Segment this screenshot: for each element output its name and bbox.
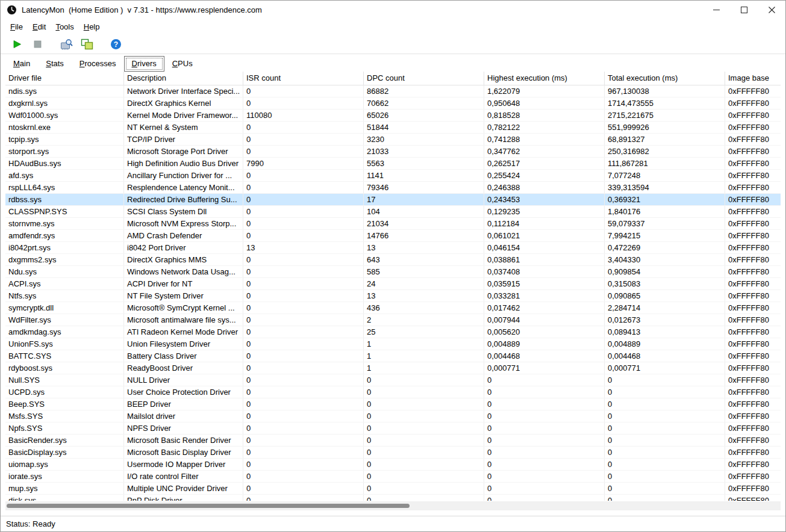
stop-monitor-button[interactable] — [28, 36, 46, 52]
table-row[interactable]: BATTC.SYSBattery Class Driver010,0044680… — [5, 350, 781, 362]
cell-total-execution-ms: 0,089413 — [605, 326, 725, 338]
close-icon — [769, 7, 775, 13]
help-button[interactable]: ? — [107, 36, 125, 52]
column-header-total-execution-ms[interactable]: Total execution (ms) — [605, 72, 725, 85]
table-row[interactable]: Beep.SYSBEEP Driver00000xFFFFF80 — [5, 398, 781, 410]
table-row[interactable]: Null.SYSNULL Driver00000xFFFFF80 — [5, 374, 781, 386]
table-row[interactable]: ndis.sysNetwork Driver Interface Speci..… — [5, 85, 781, 97]
column-header-driver-file[interactable]: Driver file — [5, 72, 124, 85]
table-row[interactable]: UCPD.sysUser Choice Protection Driver000… — [5, 386, 781, 398]
cell-driver-file: tcpip.sys — [5, 134, 124, 145]
table-row[interactable]: i8042prt.sysi8042 Port Driver13130,04615… — [5, 242, 781, 254]
menu-tools[interactable]: Tools — [51, 20, 78, 33]
cell-total-execution-ms: 339,313594 — [605, 182, 725, 193]
cell-image-base: 0xFFFFF80 — [725, 483, 781, 494]
cell-isr-count: 0 — [243, 302, 364, 314]
table-row[interactable]: iorate.sysI/O rate control Filter00000xF… — [5, 471, 781, 483]
menu-file[interactable]: File — [5, 20, 28, 33]
cell-image-base: 0xFFFFF80 — [725, 266, 781, 277]
table-row[interactable]: CLASSPNP.SYSSCSI Class System Dll01040,1… — [5, 206, 781, 218]
cell-dpc-count: 1 — [364, 338, 484, 350]
table-row[interactable]: UnionFS.sysUnion Filesystem Driver010,00… — [5, 338, 781, 350]
cell-total-execution-ms: 0 — [605, 398, 725, 410]
table-row[interactable]: Npfs.SYSNPFS Driver00000xFFFFF80 — [5, 422, 781, 435]
column-header-image-base[interactable]: Image base — [725, 72, 781, 85]
cell-isr-count: 0 — [243, 85, 364, 97]
cell-highest-execution-ms: 0,017462 — [484, 302, 605, 314]
scrollbar-thumb[interactable] — [7, 504, 410, 508]
table-row[interactable]: mup.sysMultiple UNC Provider Driver00000… — [5, 483, 781, 495]
table-row[interactable]: BasicDisplay.sysMicrosoft Basic Display … — [5, 447, 781, 459]
cell-image-base: 0xFFFFF80 — [725, 410, 781, 422]
table-row[interactable]: ACPI.sysACPI Driver for NT0240,0359150,3… — [5, 278, 781, 290]
table-row[interactable]: Ntfs.sysNT File System Driver0130,033281… — [5, 290, 781, 302]
cell-isr-count: 0 — [243, 362, 364, 374]
horizontal-scrollbar[interactable] — [5, 501, 781, 510]
tab-drivers[interactable]: Drivers — [124, 56, 164, 72]
cell-description: Microsoft antimalware file sys... — [124, 314, 243, 326]
table-row[interactable]: rspLLL64.sysResplendence Latency Monit..… — [5, 182, 781, 194]
table-row[interactable]: Msfs.SYSMailslot driver00000xFFFFF80 — [5, 410, 781, 422]
cell-driver-file: BasicRender.sys — [5, 435, 124, 446]
table-row[interactable]: disk.sysPnP Disk Driver00000xFFFFF80 — [5, 495, 781, 501]
table-row[interactable]: afd.sysAncillary Function Driver for ...… — [5, 170, 781, 182]
cell-image-base: 0xFFFFF80 — [725, 97, 781, 109]
device-report-button[interactable] — [57, 36, 75, 52]
table-row[interactable]: symcryptk.dllMicrosoft® SymCrypt Kernel … — [5, 302, 781, 314]
table-row[interactable]: HDAudBus.sysHigh Definition Audio Bus Dr… — [5, 158, 781, 170]
cell-isr-count: 0 — [243, 254, 364, 265]
table-row[interactable]: tcpip.sysTCP/IP Driver032300,74128868,89… — [5, 134, 781, 146]
table-row[interactable]: stornvme.sysMicrosoft NVM Express Storp.… — [5, 218, 781, 230]
cell-image-base: 0xFFFFF80 — [725, 290, 781, 302]
cell-image-base: 0xFFFFF80 — [725, 422, 781, 434]
tab-cpus[interactable]: CPUs — [164, 56, 201, 72]
cell-isr-count: 0 — [243, 435, 364, 446]
menu-edit[interactable]: Edit — [28, 20, 51, 33]
cell-highest-execution-ms: 0 — [484, 471, 605, 482]
tab-stats[interactable]: Stats — [38, 56, 72, 72]
column-header-highest-execution-ms[interactable]: Highest execution (ms) — [484, 72, 605, 85]
cell-highest-execution-ms: 0,033281 — [484, 290, 605, 302]
table-row[interactable]: WdFilter.sysMicrosoft antimalware file s… — [5, 314, 781, 326]
cell-description: PnP Disk Driver — [124, 495, 243, 501]
cell-description: User Choice Protection Driver — [124, 386, 243, 398]
cell-isr-count: 0 — [243, 97, 364, 109]
table-row[interactable]: amdfendr.sysAMD Crash Defender0147660,06… — [5, 230, 781, 242]
table-row[interactable]: rdyboost.sysReadyBoost Driver010,0007710… — [5, 362, 781, 374]
menu-help[interactable]: Help — [79, 20, 105, 33]
table-row[interactable]: uiomap.sysUsermode IO Mapper Driver00000… — [5, 459, 781, 471]
table-row[interactable]: dxgkrnl.sysDirectX Graphics Kernel070662… — [5, 97, 781, 110]
cell-isr-count: 0 — [243, 350, 364, 362]
cell-total-execution-ms: 967,130038 — [605, 85, 725, 97]
table-row[interactable]: BasicRender.sysMicrosoft Basic Render Dr… — [5, 435, 781, 447]
stacked-windows-button[interactable] — [78, 36, 96, 52]
cell-image-base: 0xFFFFF80 — [725, 170, 781, 181]
cell-dpc-count: 79346 — [364, 182, 484, 193]
cell-total-execution-ms: 0 — [605, 410, 725, 422]
column-header-dpc-count[interactable]: DPC count — [364, 72, 484, 85]
cell-driver-file: HDAudBus.sys — [5, 158, 124, 169]
minimize-icon — [713, 7, 720, 13]
cell-image-base: 0xFFFFF80 — [725, 242, 781, 253]
minimize-button[interactable] — [702, 1, 730, 19]
table-row[interactable]: rdbss.sysRedirected Drive Buffering Su..… — [5, 194, 781, 206]
cell-image-base: 0xFFFFF80 — [725, 254, 781, 265]
cell-image-base: 0xFFFFF80 — [725, 218, 781, 229]
table-row[interactable]: Wdf01000.sysKernel Mode Driver Framewor.… — [5, 110, 781, 122]
cell-highest-execution-ms: 0,243453 — [484, 194, 605, 205]
tab-processes[interactable]: Processes — [72, 56, 124, 72]
column-header-description[interactable]: Description — [124, 72, 243, 85]
cell-driver-file: uiomap.sys — [5, 459, 124, 470]
column-header-isr-count[interactable]: ISR count — [243, 72, 364, 85]
close-button[interactable] — [758, 1, 785, 19]
table-row[interactable]: amdkmdag.sysATI Radeon Kernel Mode Drive… — [5, 326, 781, 338]
start-monitor-button[interactable] — [8, 36, 26, 52]
table-row[interactable]: ntoskrnl.exeNT Kernel & System0518440,78… — [5, 122, 781, 134]
cell-description: DirectX Graphics MMS — [124, 254, 243, 265]
cell-driver-file: storport.sys — [5, 146, 124, 157]
maximize-button[interactable] — [730, 1, 758, 19]
table-row[interactable]: storport.sysMicrosoft Storage Port Drive… — [5, 146, 781, 158]
table-row[interactable]: dxgmms2.sysDirectX Graphics MMS06430,038… — [5, 254, 781, 266]
table-row[interactable]: Ndu.sysWindows Network Data Usag...05850… — [5, 266, 781, 278]
tab-main[interactable]: Main — [5, 56, 38, 72]
